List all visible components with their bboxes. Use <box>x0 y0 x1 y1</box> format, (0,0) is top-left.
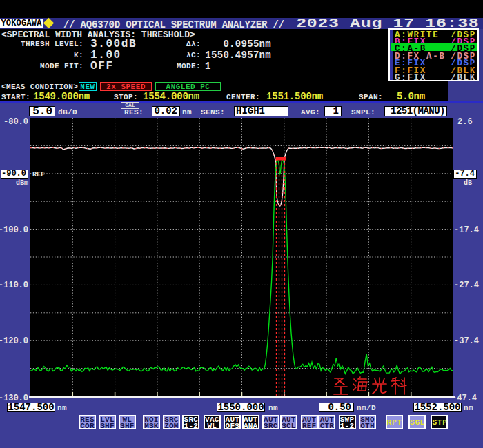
svg-text:REF: REF <box>32 171 45 179</box>
